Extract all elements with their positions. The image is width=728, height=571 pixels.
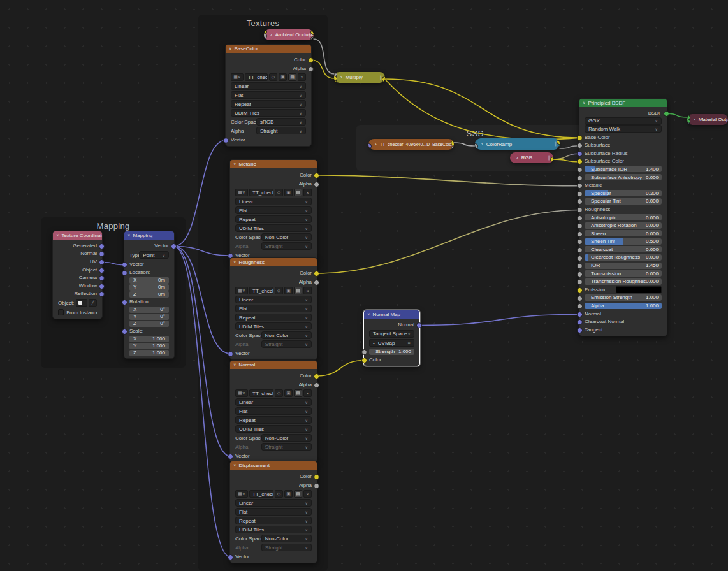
object-picker[interactable] <box>76 299 87 307</box>
socket[interactable] <box>122 262 127 268</box>
open-file-icon[interactable]: ▤ <box>294 189 302 196</box>
node-texture-coordinate[interactable]: ∨Texture Coordinate GeneratedNormalUVObj… <box>52 231 103 319</box>
node-rgb[interactable]: › RGB ∥ <box>510 152 553 163</box>
type-dropdown[interactable]: Point∨ <box>139 251 169 259</box>
socket[interactable] <box>577 247 583 253</box>
node-roughness-texture[interactable]: ∨Roughness ColorAlpha▦∨TT_checker_4096..… <box>229 257 317 360</box>
color-spacedropdown[interactable]: Non-Color∨ <box>261 535 312 542</box>
linear-dropdown[interactable]: Linear∨ <box>235 499 312 507</box>
expand-arrow-icon[interactable]: › <box>375 141 377 147</box>
collapse-chevron-icon[interactable]: ∨ <box>583 100 585 105</box>
socket[interactable] <box>314 280 319 286</box>
slider-widget[interactable]: Subsurface IOR1.400 <box>585 166 662 172</box>
open-file-icon[interactable]: ▤ <box>294 287 302 294</box>
node-base-color-texture[interactable]: ∨BaseColor ColorAlpha▦∨TT_checker_4096..… <box>225 44 312 147</box>
random-walk-dropdown[interactable]: Random Walk∨ <box>585 125 662 133</box>
linear-dropdown[interactable]: Linear∨ <box>235 198 312 205</box>
open-file-icon[interactable]: ▤ <box>294 389 302 397</box>
socket[interactable] <box>308 57 314 63</box>
socket[interactable] <box>99 243 105 249</box>
fake-user-icon[interactable]: ◇ <box>269 73 277 81</box>
repeat-dropdown[interactable]: Repeat∨ <box>231 100 306 108</box>
color-spacedropdown[interactable]: sRGB∨ <box>256 118 306 126</box>
socket[interactable] <box>577 312 583 317</box>
collapse-chevron-icon[interactable]: ∨ <box>233 463 236 467</box>
node-header[interactable]: ∨Displacement <box>230 461 317 470</box>
socket[interactable] <box>99 284 105 289</box>
collapse-chevron-icon[interactable]: ∨ <box>229 46 231 50</box>
node-header[interactable]: ∨Normal <box>230 361 317 369</box>
socket[interactable] <box>99 268 105 273</box>
socket[interactable] <box>577 151 583 157</box>
value-field[interactable]: X0° <box>129 307 169 313</box>
image-name-field[interactable]: TT_checker_4096x... <box>249 490 273 498</box>
socket[interactable] <box>577 271 583 277</box>
slider-widget[interactable]: Anisotropic0.000 <box>585 214 662 220</box>
fake-user-icon[interactable]: ◇ <box>275 287 283 294</box>
unlink-icon[interactable]: × <box>303 389 312 397</box>
socket[interactable] <box>382 76 385 82</box>
unlink-icon[interactable]: × <box>303 287 312 294</box>
slider-widget[interactable]: Clearcoat Roughness0.030 <box>585 254 662 261</box>
flat-dropdown[interactable]: Flat∨ <box>235 508 312 516</box>
node-sss-image-texture[interactable]: › TT_checker_4096x40...D_BaseColor.1001.… <box>368 139 454 150</box>
socket[interactable] <box>99 259 105 265</box>
slider-widget[interactable]: Strength1.000 <box>369 349 414 355</box>
collapse-chevron-icon[interactable]: ∨ <box>233 161 236 166</box>
open-file-icon[interactable]: ▤ <box>288 73 296 81</box>
socket[interactable] <box>416 322 422 328</box>
uv-map-field[interactable]: •UVMap× <box>369 339 414 347</box>
slider-widget[interactable]: IOR1.450 <box>585 263 662 269</box>
node-header[interactable]: ∨Normal Map <box>364 310 419 319</box>
color-spacedropdown[interactable]: Non-Color∨ <box>261 331 312 339</box>
fake-user-icon[interactable]: ◇ <box>275 389 283 397</box>
linear-dropdown[interactable]: Linear∨ <box>235 398 312 406</box>
socket[interactable] <box>314 173 319 178</box>
socket[interactable] <box>577 135 583 141</box>
color-spacedropdown[interactable]: Non-Color∨ <box>261 233 312 241</box>
collapse-chevron-icon[interactable]: ∨ <box>127 233 130 237</box>
udim-tiles-dropdown[interactable]: UDIM Tiles∨ <box>235 425 312 433</box>
alphadropdown[interactable]: Straight∨ <box>261 242 312 250</box>
alphadropdown[interactable]: Straight∨ <box>261 340 312 348</box>
socket[interactable] <box>577 191 583 197</box>
node-header[interactable]: ∨BaseColor <box>226 45 311 53</box>
color-spacedropdown[interactable]: Non-Color∨ <box>261 434 312 442</box>
socket[interactable] <box>314 373 319 379</box>
repeat-dropdown[interactable]: Repeat∨ <box>235 215 312 223</box>
tangent-space-dropdown[interactable]: Tangent Space∨ <box>369 330 414 338</box>
socket[interactable] <box>171 243 177 249</box>
socket[interactable] <box>122 329 127 335</box>
value-field[interactable]: Y1.000 <box>129 343 169 349</box>
udim-tiles-dropdown[interactable]: UDIM Tiles∨ <box>235 224 312 232</box>
socket[interactable] <box>314 271 319 277</box>
udim-tiles-dropdown[interactable]: UDIM Tiles∨ <box>231 109 306 117</box>
collapse-chevron-icon[interactable]: ∨ <box>367 312 370 316</box>
slider-widget[interactable]: Sheen Tint0.500 <box>585 238 662 245</box>
open-file-icon[interactable]: ▤ <box>294 490 302 498</box>
unlink-icon[interactable]: × <box>303 490 312 498</box>
fake-user-icon[interactable]: ◇ <box>275 189 283 196</box>
duplicate-icon[interactable]: ▣ <box>284 287 293 294</box>
repeat-dropdown[interactable]: Repeat∨ <box>235 416 312 424</box>
socket[interactable] <box>228 454 233 459</box>
image-browse-icon[interactable]: ▦∨ <box>235 389 248 397</box>
flat-dropdown[interactable]: Flat∨ <box>235 206 312 214</box>
socket[interactable] <box>228 351 233 357</box>
value-field[interactable]: X0m <box>129 277 169 284</box>
socket[interactable] <box>664 111 669 117</box>
node-header[interactable]: ∨Mapping <box>124 231 174 240</box>
node-header[interactable]: ∨Texture Coordinate <box>53 231 102 240</box>
socket[interactable] <box>361 349 367 355</box>
socket[interactable] <box>361 358 367 363</box>
udim-tiles-dropdown[interactable]: UDIM Tiles∨ <box>235 322 312 330</box>
linear-dropdown[interactable]: Linear∨ <box>231 82 306 90</box>
socket[interactable] <box>577 287 583 293</box>
linear-dropdown[interactable]: Linear∨ <box>235 296 312 303</box>
flat-dropdown[interactable]: Flat∨ <box>235 305 312 312</box>
image-name-field[interactable]: TT_checker_4096x... <box>249 389 273 397</box>
node-material-output[interactable]: › Material Output <box>687 114 728 125</box>
node-header[interactable]: ∨Principled BSDF <box>579 99 667 107</box>
value-field[interactable]: Y0° <box>129 314 169 320</box>
node-ambient-occlusion[interactable]: › Ambient Occlusion ∥ <box>264 29 314 40</box>
